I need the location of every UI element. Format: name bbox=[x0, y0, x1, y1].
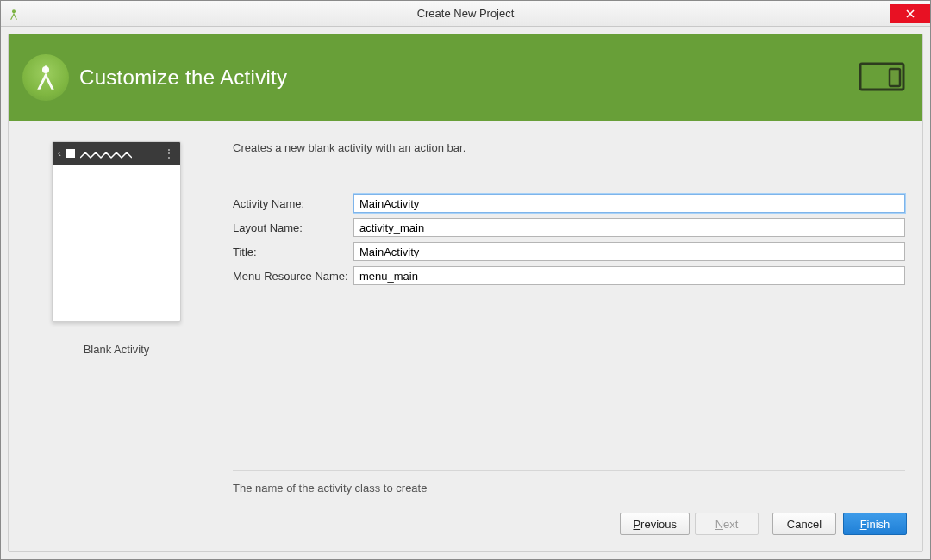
window-title: Create New Project bbox=[1, 7, 930, 20]
field-hint: The name of the activity class to create bbox=[233, 470, 905, 495]
back-chevron-icon: ‹ bbox=[58, 147, 61, 159]
input-menu-resource[interactable] bbox=[353, 266, 905, 285]
wizard-header: Customize the Activity bbox=[9, 34, 922, 121]
row-title: Title: bbox=[233, 242, 905, 261]
row-menu-resource: Menu Resource Name: bbox=[233, 266, 905, 285]
overflow-menu-icon: ⋮ bbox=[164, 147, 175, 159]
label-title: Title: bbox=[233, 246, 353, 258]
finish-button[interactable]: Finish bbox=[843, 513, 907, 535]
preview-actionbar: ‹ ⋮ bbox=[53, 142, 180, 165]
svg-rect-4 bbox=[890, 69, 900, 86]
input-layout-name[interactable] bbox=[353, 218, 905, 237]
wizard-button-bar: Previous Next Cancel Finish bbox=[9, 503, 922, 551]
intro-text: Creates a new blank activity with an act… bbox=[233, 141, 905, 154]
nav-button-group: Previous Next bbox=[620, 513, 759, 535]
cancel-button[interactable]: Cancel bbox=[772, 513, 836, 535]
row-activity-name: Activity Name: bbox=[233, 194, 905, 213]
input-title[interactable] bbox=[353, 242, 905, 261]
input-activity-name[interactable] bbox=[353, 194, 905, 213]
close-button[interactable] bbox=[890, 4, 930, 23]
wizard-window: Create New Project Customize the Activit… bbox=[0, 0, 931, 560]
next-button: Next bbox=[695, 513, 759, 535]
android-studio-logo-icon bbox=[22, 54, 69, 101]
wizard-panel: Customize the Activity ‹ bbox=[8, 34, 923, 552]
activity-preview-column: ‹ ⋮ Blank Activity bbox=[26, 141, 207, 495]
device-icon bbox=[859, 62, 905, 93]
preview-app-icon bbox=[66, 149, 75, 158]
wizard-content: ‹ ⋮ Blank Activity Creates a new blank a… bbox=[9, 121, 922, 503]
titlebar: Create New Project bbox=[1, 1, 930, 27]
label-activity-name: Activity Name: bbox=[233, 197, 353, 210]
label-layout-name: Layout Name: bbox=[233, 221, 353, 234]
preview-title-placeholder-icon bbox=[80, 149, 159, 158]
row-layout-name: Layout Name: bbox=[233, 218, 905, 237]
wizard-heading: Customize the Activity bbox=[79, 65, 287, 90]
label-menu-resource: Menu Resource Name: bbox=[233, 270, 353, 283]
activity-preview-thumb: ‹ ⋮ bbox=[52, 141, 181, 322]
android-studio-icon bbox=[6, 6, 22, 22]
activity-preview-caption: Blank Activity bbox=[84, 343, 150, 356]
activity-form: Creates a new blank activity with an act… bbox=[233, 141, 905, 495]
previous-button[interactable]: Previous bbox=[620, 513, 690, 535]
